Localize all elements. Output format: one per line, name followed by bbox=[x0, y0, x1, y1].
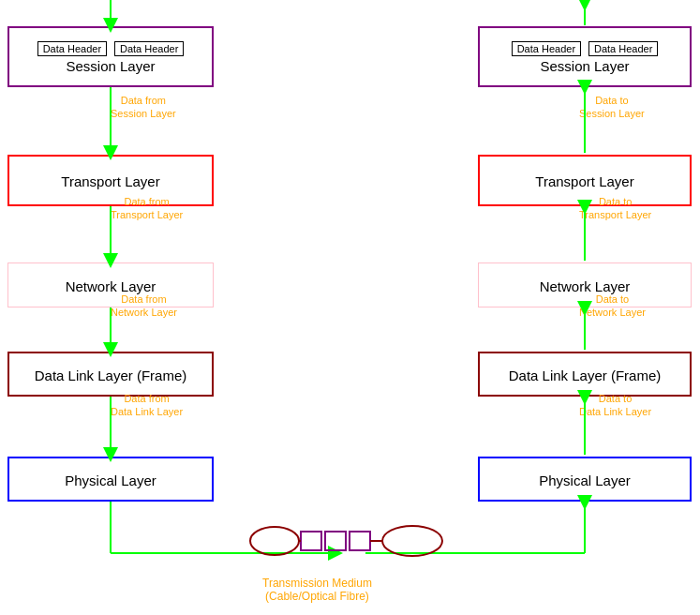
svg-point-21 bbox=[382, 526, 442, 556]
label-physical-to-datalink-right: Data toData Link Layer bbox=[579, 392, 651, 419]
physical-layer-right-label: Physical Layer bbox=[539, 472, 631, 488]
network-layer-right-label: Network Layer bbox=[540, 278, 631, 294]
label-datalink-to-network-right: Data toNetwork Layer bbox=[579, 292, 646, 320]
transmission-medium-svg bbox=[248, 520, 445, 572]
svg-point-17 bbox=[250, 527, 299, 555]
datalink-layer-left-label: Data Link Layer (Frame) bbox=[35, 368, 187, 383]
data-header-right-1: Data Header bbox=[512, 41, 581, 56]
data-header-left-2: Data Header bbox=[114, 41, 184, 56]
data-header-left-1: Data Header bbox=[37, 41, 107, 56]
svg-rect-18 bbox=[301, 532, 321, 550]
data-header-right-2: Data Header bbox=[588, 41, 658, 56]
svg-rect-20 bbox=[350, 532, 370, 550]
session-layer-right: Data Header Data Header Session Layer bbox=[478, 26, 692, 87]
label-session-to-transport: Data fromSession Layer bbox=[111, 94, 176, 121]
datalink-layer-right: Data Link Layer (Frame) bbox=[478, 352, 692, 397]
transmission-label: Transmission Medium(Cable/Optical Fibre) bbox=[262, 577, 372, 603]
datalink-layer-right-label: Data Link Layer (Frame) bbox=[509, 368, 662, 383]
transport-layer-left-label: Transport Layer bbox=[61, 173, 159, 189]
physical-layer-left: Physical Layer bbox=[7, 457, 214, 502]
network-layer-left-label: Network Layer bbox=[66, 278, 156, 294]
label-transport-to-session-right: Data toSession Layer bbox=[579, 94, 645, 121]
datalink-layer-left: Data Link Layer (Frame) bbox=[7, 352, 214, 397]
transport-layer-right-label: Transport Layer bbox=[535, 173, 633, 189]
svg-rect-19 bbox=[325, 532, 346, 550]
label-network-to-datalink: Data fromNetwork Layer bbox=[111, 292, 177, 320]
physical-layer-left-label: Physical Layer bbox=[65, 472, 156, 488]
label-datalink-to-physical: Data fromData Link Layer bbox=[111, 392, 183, 419]
session-layer-right-label: Session Layer bbox=[540, 58, 629, 74]
osi-diagram: Data Header Data Header Session Layer Tr… bbox=[0, 0, 700, 615]
session-layer-left-label: Session Layer bbox=[66, 58, 155, 74]
physical-layer-right: Physical Layer bbox=[478, 457, 692, 502]
session-layer-left: Data Header Data Header Session Layer bbox=[7, 26, 214, 87]
label-network-to-transport-right: Data toTransport Layer bbox=[579, 195, 651, 222]
label-transport-to-network: Data fromTransport Layer bbox=[111, 195, 183, 222]
